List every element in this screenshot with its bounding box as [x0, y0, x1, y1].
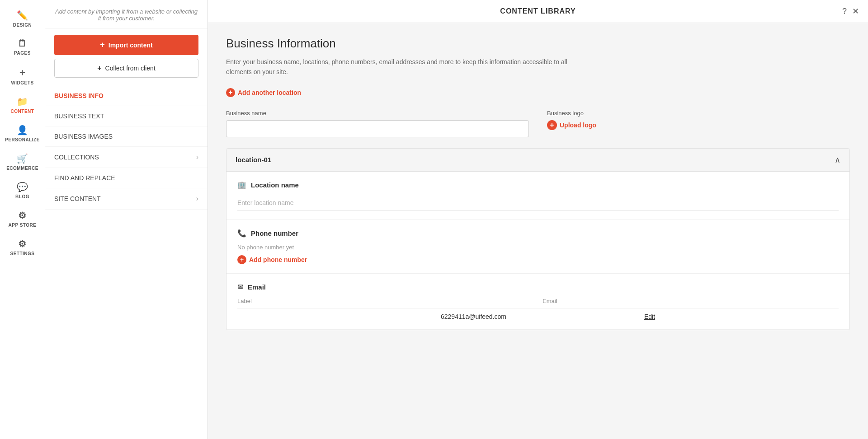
phone-number-section: 📞 Phone number No phone number yet + Add… [226, 220, 849, 274]
content-icon: 📁 [17, 96, 28, 107]
add-location-plus-icon: + [226, 88, 235, 97]
add-phone-number-link[interactable]: + Add phone number [237, 255, 839, 264]
design-icon: ✏️ [17, 10, 28, 21]
pages-icon: 🗒 [18, 38, 27, 49]
help-button[interactable]: ? [842, 7, 847, 16]
import-plus-icon: + [100, 40, 105, 50]
settings-icon: ⚙ [18, 238, 27, 249]
location-name-label: 🏢 Location name [237, 181, 839, 189]
email-section: ✉ Email Label Email 6229411a@uifeed.com … [226, 274, 849, 330]
nav-item-find-replace[interactable]: FIND AND REPLACE [45, 168, 208, 188]
modal-title: CONTENT LIBRARY [500, 7, 576, 15]
sidebar-item-widgets[interactable]: ＋ WIDGETS [0, 61, 45, 91]
email-table-row: 6229411a@uifeed.com Edit [237, 313, 839, 320]
add-another-location-link[interactable]: + Add another location [226, 88, 850, 97]
business-name-input[interactable] [226, 120, 529, 137]
ecommerce-icon: 🛒 [17, 153, 28, 164]
close-button[interactable]: ✕ [852, 6, 859, 16]
email-value-cell: 6229411a@uifeed.com [441, 313, 635, 320]
business-name-group: Business name [226, 110, 529, 137]
business-logo-label: Business logo [547, 110, 850, 117]
no-phone-text: No phone number yet [237, 244, 839, 251]
sidebar-item-content[interactable]: 📁 CONTENT [0, 91, 45, 119]
content-panel: Add content by importing it from a websi… [45, 0, 208, 439]
location-chevron-icon: ∧ [835, 155, 840, 165]
email-icon: ✉ [237, 283, 243, 291]
nav-item-site-content[interactable]: SITE CONTENT › [45, 188, 208, 210]
location-name-input[interactable] [237, 196, 839, 210]
email-section-label: ✉ Email [237, 283, 839, 291]
collect-plus-icon: + [97, 64, 101, 72]
phone-number-label: 📞 Phone number [237, 229, 839, 238]
nav-item-business-info[interactable]: BUSINESS INFO [45, 86, 208, 106]
page-description: Enter your business name, locations, pho… [226, 57, 588, 77]
nav-item-collections[interactable]: COLLECTIONS › [45, 147, 208, 168]
business-name-label: Business name [226, 110, 529, 117]
panel-header-text: Add content by importing it from a websi… [45, 0, 208, 28]
sidebar-item-ecommerce[interactable]: 🛒 ECOMMERCE [0, 148, 45, 176]
appstore-icon: ⚙ [18, 210, 27, 221]
sidebar-item-blog[interactable]: 💬 BLOG [0, 176, 45, 205]
sidebar-item-settings[interactable]: ⚙ SETTINGS [0, 233, 45, 262]
upload-plus-icon: + [547, 120, 557, 130]
blog-icon: 💬 [17, 182, 28, 192]
nav-item-business-images[interactable]: BUSINESS IMAGES [45, 126, 208, 147]
collect-from-client-button[interactable]: + Collect from client [54, 59, 198, 78]
modal-header: CONTENT LIBRARY ? ✕ [208, 0, 868, 23]
location-header[interactable]: location-01 ∧ [226, 149, 849, 172]
personalize-icon: 👤 [17, 125, 28, 135]
add-phone-plus-icon: + [237, 255, 246, 264]
building-icon: 🏢 [237, 181, 246, 189]
sidebar-item-pages[interactable]: 🗒 PAGES [0, 33, 45, 61]
page-heading: Business Information [226, 37, 850, 51]
site-content-arrow-icon: › [196, 195, 198, 203]
icon-sidebar: ✏️ DESIGN 🗒 PAGES ＋ WIDGETS 📁 CONTENT 👤 … [0, 0, 45, 439]
location-card: location-01 ∧ 🏢 Location name 📞 Phone nu… [226, 148, 850, 330]
main-area: CONTENT LIBRARY ? ✕ Business Information… [208, 0, 868, 439]
nav-item-business-text[interactable]: BUSINESS TEXT [45, 106, 208, 126]
modal-action-buttons: ? ✕ [842, 6, 859, 16]
sidebar-item-design[interactable]: ✏️ DESIGN [0, 5, 45, 33]
email-edit-link[interactable]: Edit [644, 313, 839, 320]
content-scroll-area: Business Information Enter your business… [208, 23, 868, 439]
upload-logo-button[interactable]: + Upload logo [547, 120, 850, 130]
location-name-section: 🏢 Location name [226, 172, 849, 220]
email-table: Label Email 6229411a@uifeed.com Edit [237, 298, 839, 320]
content-nav-list: BUSINESS INFO BUSINESS TEXT BUSINESS IMA… [45, 86, 208, 210]
email-table-header: Label Email [237, 298, 839, 308]
location-title: location-01 [236, 156, 271, 163]
sidebar-item-personalize[interactable]: 👤 PERSONALIZE [0, 119, 45, 148]
sidebar-item-appstore[interactable]: ⚙ APP STORE [0, 205, 45, 233]
business-logo-group: Business logo + Upload logo [547, 110, 850, 130]
collections-arrow-icon: › [196, 153, 198, 161]
import-content-button[interactable]: + Import content [54, 35, 198, 55]
phone-icon: 📞 [237, 229, 246, 238]
widgets-icon: ＋ [18, 66, 27, 79]
business-info-row: Business name Business logo + Upload log… [226, 110, 850, 137]
